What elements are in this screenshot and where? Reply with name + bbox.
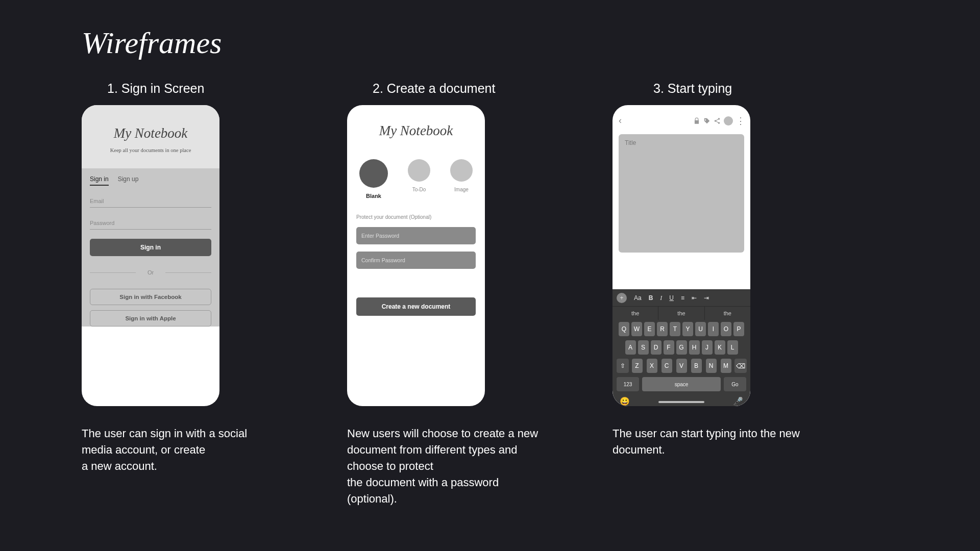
circle-icon [450,159,473,182]
key-c[interactable]: C [662,359,672,373]
key-i[interactable]: I [708,322,719,336]
key-z[interactable]: Z [632,359,643,373]
underline-button[interactable]: U [669,294,674,302]
suggestion[interactable]: the [658,307,704,320]
go-key[interactable]: Go [724,377,746,391]
key-d[interactable]: D [651,340,662,355]
step2-desc: New users will choose to create a new do… [347,425,541,507]
space-key[interactable]: space [642,377,721,391]
key-o[interactable]: O [721,322,731,336]
tab-signup[interactable]: Sign up [118,176,139,186]
doctype-blank[interactable]: Blank [359,159,388,199]
doctype-todo[interactable]: To-Do [408,159,430,199]
doctype-image[interactable]: Image [450,159,473,199]
key-s[interactable]: S [638,340,649,355]
doctype-label: Blank [366,193,381,199]
or-divider: Or [90,269,211,276]
indent-icon[interactable]: ⇥ [704,294,709,302]
keyboard: + Aa B I U ≡ ⇤ ⇥ the the the QWERTYUIOP … [612,289,750,406]
key-row-1: QWERTYUIOP [612,320,750,338]
key-row-2: ASDFGHJKL [612,338,750,357]
home-indicator [658,401,704,403]
more-icon[interactable]: ⋮ [736,116,744,126]
home-indicator [128,400,174,402]
key-x[interactable]: X [647,359,657,373]
page-title: Wireframes [82,26,898,61]
key-e[interactable]: E [644,322,655,336]
delete-key[interactable]: ⌫ [734,359,747,373]
key-w[interactable]: W [631,322,642,336]
phone-signin: My Notebook Keep all your documents in o… [82,105,219,406]
key-q[interactable]: Q [619,322,629,336]
add-icon[interactable]: + [617,293,627,303]
app-name: My Notebook [90,126,211,141]
protect-label: Protect your document (Optional) [356,214,476,220]
step2-title: 2. Create a document [373,81,495,96]
facebook-button[interactable]: Sign in with Facebook [90,289,211,305]
key-t[interactable]: T [670,322,680,336]
doctype-label: To-Do [412,187,426,192]
key-n[interactable]: N [706,359,717,373]
share-icon[interactable] [714,117,721,124]
phone-create: My Notebook Blank To-Do Image P [347,105,485,406]
key-a[interactable]: A [625,340,636,355]
key-h[interactable]: H [689,340,700,355]
lock-icon[interactable] [693,117,700,124]
step3-title: 3. Start typing [653,81,732,96]
suggestion[interactable]: the [705,307,750,320]
avatar-icon[interactable] [724,116,733,126]
key-p[interactable]: P [733,322,744,336]
doctype-label: Image [454,187,469,192]
key-r[interactable]: R [657,322,668,336]
signin-button[interactable]: Sign in [90,239,211,256]
svg-point-1 [715,120,717,122]
circle-icon [408,159,430,182]
key-row-3: ⇧ ZXCVBNM ⌫ [612,357,750,375]
list-icon[interactable]: ≡ [681,294,684,302]
emoji-icon[interactable]: 😀 [620,396,630,406]
password-field[interactable]: Password [90,217,211,230]
mic-icon[interactable]: 🎤 [733,396,743,406]
apple-button[interactable]: Sign in with Apple [90,310,211,327]
svg-point-0 [718,118,720,120]
tagline: Keep all your documents in one place [90,147,211,153]
phone-editor: ‹ ⋮ Title + Aa B I U ≡ ⇤ ⇥ [612,105,750,406]
step1-title: 1. Sign in Screen [107,81,204,96]
tab-signin[interactable]: Sign in [90,176,109,186]
step3-desc: The user can start typing into the new d… [612,425,806,458]
key-v[interactable]: V [676,359,687,373]
title-placeholder: Title [625,139,636,146]
key-m[interactable]: M [721,359,731,373]
enter-password-field[interactable]: Enter Password [356,227,476,244]
create-document-button[interactable]: Create a new document [356,297,476,316]
outdent-icon[interactable]: ⇤ [692,294,697,302]
textstyle-button[interactable]: Aa [634,294,642,302]
step1-desc: The user can sign in with a social media… [82,425,276,474]
key-u[interactable]: U [695,322,706,336]
key-y[interactable]: Y [682,322,693,336]
confirm-password-field[interactable]: Confirm Password [356,252,476,269]
back-icon[interactable]: ‹ [619,115,622,126]
numbers-key[interactable]: 123 [617,377,639,391]
app-name: My Notebook [356,123,476,139]
email-field[interactable]: Email [90,195,211,208]
shift-key[interactable]: ⇧ [617,359,629,373]
tag-icon[interactable] [703,117,710,124]
key-g[interactable]: G [676,340,687,355]
key-k[interactable]: K [715,340,725,355]
svg-point-2 [718,122,720,124]
circle-icon [359,159,388,188]
key-b[interactable]: B [691,359,702,373]
key-l[interactable]: L [727,340,738,355]
key-j[interactable]: J [702,340,713,355]
bold-button[interactable]: B [649,294,653,302]
editor-area[interactable]: Title [619,134,744,253]
key-f[interactable]: F [664,340,674,355]
italic-button[interactable]: I [660,294,662,302]
suggestion[interactable]: the [612,307,658,320]
